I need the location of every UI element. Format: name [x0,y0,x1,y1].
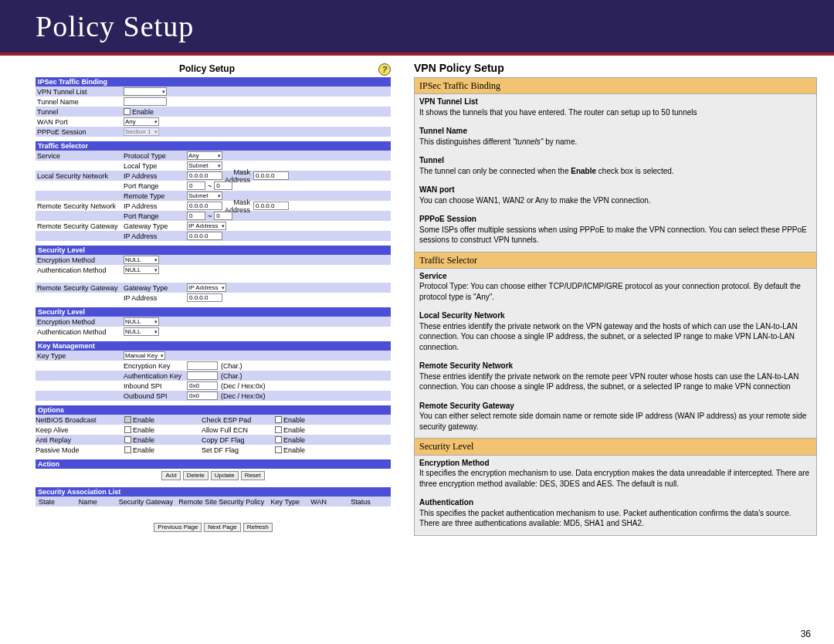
local-ip-input[interactable]: 0.0.0.0 [187,171,222,180]
label-vpn-tunnel-list: VPN Tunnel List [36,88,124,96]
help-item-title: WAN port [419,185,812,195]
label-auth-method2: Authentication Method [36,328,124,336]
help-item-text: This distinguishes different "tunnels" b… [419,137,812,147]
local-type-select[interactable]: Subnet [187,161,222,170]
vpn-tunnel-select[interactable] [124,87,167,96]
label-ip-addr2: IP Address [124,202,187,210]
label-set-df: Set DF Flag [202,445,275,455]
label-remote-gate: Remote Security Gateway [36,222,124,230]
tunnel-enable-checkbox[interactable] [124,108,131,115]
enc-select[interactable]: NULL [124,256,159,264]
enc-select2[interactable]: NULL [124,317,159,326]
section-sa-list: Security Association List [36,487,391,497]
remote-mask-input[interactable]: 0.0.0.0 [253,202,289,210]
copydf-check[interactable] [275,436,282,443]
local-mask-input[interactable]: 0.0.0.0 [253,171,289,180]
help-item-text: This specifies the packet authentication… [419,508,812,529]
next-button[interactable]: Next Page [204,523,240,532]
section-ipsec-binding: IPSec Traffic Binding [36,77,391,86]
help-item-text: It shows the tunnels that you have enter… [419,107,812,118]
label-enc-method: Encryption Method [36,256,124,264]
char-label: (Char.) [218,362,242,370]
update-button[interactable]: Update [211,471,239,480]
add-button[interactable]: Add [161,471,180,480]
local-port-from[interactable]: 0 [187,181,205,190]
help-panel: VPN Policy Setup IPSec Traffic Binding V… [414,62,817,536]
label-tunnel: Tunnel [36,108,124,116]
ecn-check[interactable] [275,426,282,433]
gateway-ip-input2[interactable]: 0.0.0.0 [187,293,222,302]
refresh-button[interactable]: Refresh [243,523,273,532]
help-item-title: Service [419,271,812,282]
help-item-title: PPPoE Session [419,214,812,225]
remote-port-to[interactable]: 0 [214,212,232,220]
replay-check[interactable] [124,436,131,443]
page-number: 36 [801,629,811,639]
auth-select[interactable]: NULL [124,266,159,274]
esp-check[interactable] [275,416,282,423]
help-icon[interactable]: ? [378,63,391,76]
label-ip-addr4: IP Address [124,294,187,302]
help-item-text: It specifies the encryption mechanism to… [419,468,812,489]
gateway-ip-input[interactable]: 0.0.0.0 [187,232,222,240]
tunnel-name-input[interactable] [124,97,167,106]
label-auth-method: Authentication Method [36,266,124,274]
label-local-type: Local Type [124,162,187,170]
remote-port-from[interactable]: 0 [187,212,205,220]
help-item-text: The tunnel can only be connected when th… [419,166,812,177]
section-security-level: Security Level [36,246,391,255]
label-antireplay: Anti Replay [36,435,124,445]
section-security-level2: Security Level [36,307,391,317]
label-remote-type: Remote Type [124,192,187,200]
help-title: VPN Policy Setup [414,62,817,74]
section-options: Options [36,405,391,415]
dechex-label: (Dec / Hex:0x) [218,382,266,390]
label-tunnel-name: Tunnel Name [36,98,124,106]
label-out-spi: Outbound SPI [124,392,187,400]
enable-text: Enable [132,108,154,116]
help-item-text: Protocol Type: You can choose either TCP… [419,281,812,302]
keepalive-check[interactable] [124,426,131,433]
out-spi-input[interactable]: 0x0 [187,391,218,400]
title-bar: Policy Setup [0,0,834,56]
help-item-text: You can either select remote side domain… [419,411,812,432]
netbios-check[interactable] [124,416,131,423]
wan-port-select[interactable]: Any [124,117,159,126]
setdf-check[interactable] [275,446,282,453]
label-port-range: Port Range [124,182,187,190]
char-label2: (Char.) [218,372,242,380]
key-type-select[interactable]: Manual Key [124,351,165,360]
label-enc-key: Encryption Key [124,362,187,370]
gateway-type-select2[interactable]: IP Address [187,283,226,292]
prev-button[interactable]: Previous Page [154,523,202,532]
label-allow-ecn: Allow Full ECN [202,425,275,435]
label-port-range2: Port Range [124,212,187,220]
auth-select2[interactable]: NULL [124,327,159,336]
label-wan-port: WAN Port [36,118,124,126]
page-title: Policy Setup [36,9,194,43]
enc-key-input[interactable] [187,361,218,370]
delete-button[interactable]: Delete [183,471,208,480]
label-in-spi: Inbound SPI [124,382,187,390]
local-port-to[interactable]: 0 [214,181,232,190]
in-spi-input[interactable]: 0x0 [187,381,218,390]
help-item-text: Some ISPs offer multiple sessions when u… [419,225,812,246]
label-local-sec-net: Local Security Network [36,172,124,180]
auth-key-input[interactable] [187,371,218,380]
remote-type-select[interactable]: Subnet [187,192,222,200]
policy-form: Policy Setup ? IPSec Traffic Binding VPN… [36,62,391,536]
pppoe-select[interactable]: Section 1 [124,127,159,136]
label-proto-type: Protocol Type [124,152,187,160]
help-item-text: These entries identify the private netwo… [419,321,812,353]
passive-check[interactable] [124,446,131,453]
form-title: Policy Setup [36,62,378,77]
gateway-type-select[interactable]: IP Address [187,222,226,230]
reset-button[interactable]: Reset [241,471,265,480]
section-action: Action [36,459,391,469]
help-item-title: Tunnel Name [419,126,812,137]
label-copy-df: Copy DF Flag [202,435,275,445]
label-remote-sec-net: Remote Security Network [36,202,124,210]
proto-select[interactable]: Any [187,151,222,160]
remote-ip-input[interactable]: 0.0.0.0 [187,202,222,210]
help-section-traffic: Traffic Selector [415,252,816,269]
